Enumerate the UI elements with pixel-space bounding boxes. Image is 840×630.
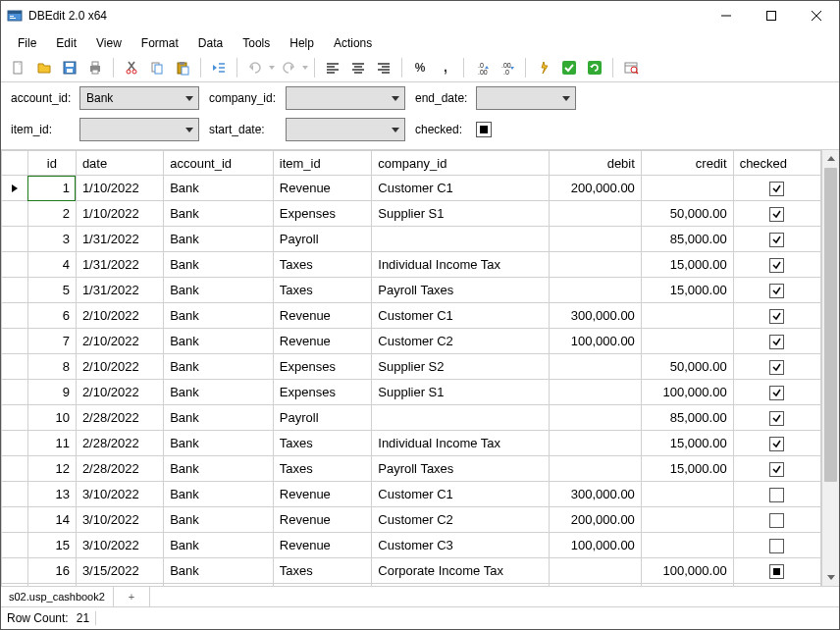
cell-checked[interactable] xyxy=(733,252,820,278)
cell-item-id[interactable]: Revenue xyxy=(273,303,371,329)
table-row[interactable]: 62/10/2022BankRevenueCustomer C1300,000.… xyxy=(2,303,821,329)
table-row[interactable]: 173/31/2022BankPayroll170,000.00 xyxy=(2,584,821,587)
table-row[interactable]: 122/28/2022BankTaxesPayroll Taxes15,000.… xyxy=(2,456,821,482)
cell-debit[interactable]: 300,000.00 xyxy=(550,303,642,329)
cell-item-id[interactable]: Taxes xyxy=(273,558,371,584)
redo-dropdown[interactable] xyxy=(302,66,308,70)
cell-item-id[interactable]: Taxes xyxy=(273,431,371,456)
cell-credit[interactable] xyxy=(641,533,733,558)
cell-debit[interactable]: 100,000.00 xyxy=(550,329,642,354)
cell-checked[interactable] xyxy=(733,533,820,558)
cell-debit[interactable]: 200,000.00 xyxy=(550,507,642,533)
sheet-tab[interactable]: s02.usp_cashbook2 xyxy=(1,587,114,606)
cell-item-id[interactable]: Payroll xyxy=(273,227,371,252)
cell-item-id[interactable]: Payroll xyxy=(273,405,371,431)
cell-company-id[interactable]: Customer C2 xyxy=(372,507,550,533)
cell-id[interactable]: 3 xyxy=(27,227,76,252)
cell-checked[interactable] xyxy=(733,405,820,431)
cell-company-id[interactable]: Corporate Income Tax xyxy=(372,558,550,584)
cell-id[interactable]: 4 xyxy=(27,252,76,278)
minimize-button[interactable] xyxy=(704,1,749,30)
table-row[interactable]: 51/31/2022BankTaxesPayroll Taxes15,000.0… xyxy=(2,278,821,303)
row-header[interactable] xyxy=(2,176,28,201)
checkbox-checked-icon[interactable] xyxy=(769,309,784,324)
menu-view[interactable]: View xyxy=(87,33,131,53)
col-item-id[interactable]: item_id xyxy=(273,151,371,176)
table-row[interactable]: 72/10/2022BankRevenueCustomer C2100,000.… xyxy=(2,329,821,354)
row-header-corner[interactable] xyxy=(2,151,28,176)
decrease-decimal-button[interactable]: .00.0 xyxy=(496,56,519,79)
cell-checked[interactable] xyxy=(733,558,820,584)
checkbox-checked-icon[interactable] xyxy=(769,411,784,426)
cell-item-id[interactable]: Taxes xyxy=(273,456,371,482)
cell-account-id[interactable]: Bank xyxy=(164,507,274,533)
cell-checked[interactable] xyxy=(733,431,820,456)
cell-account-id[interactable]: Bank xyxy=(164,278,274,303)
cell-item-id[interactable]: Expenses xyxy=(273,201,371,227)
cell-credit[interactable]: 15,000.00 xyxy=(641,278,733,303)
menu-data[interactable]: Data xyxy=(189,33,232,53)
cell-company-id[interactable]: Individual Income Tax xyxy=(372,431,550,456)
cell-item-id[interactable]: Taxes xyxy=(273,252,371,278)
cell-date[interactable]: 3/10/2022 xyxy=(76,507,163,533)
filter-company-combo[interactable] xyxy=(286,86,405,110)
cell-company-id[interactable]: Payroll Taxes xyxy=(372,278,550,303)
col-checked[interactable]: checked xyxy=(733,151,820,176)
cell-debit[interactable] xyxy=(550,354,642,380)
menu-edit[interactable]: Edit xyxy=(47,33,85,53)
filter-item-combo[interactable] xyxy=(79,118,199,141)
cell-credit[interactable]: 170,000.00 xyxy=(641,584,733,587)
cell-id[interactable]: 5 xyxy=(27,278,76,303)
filter-checked-checkbox[interactable] xyxy=(476,122,492,137)
cell-date[interactable]: 2/10/2022 xyxy=(76,329,163,354)
cell-item-id[interactable]: Revenue xyxy=(273,329,371,354)
cell-checked[interactable] xyxy=(733,227,820,252)
cell-credit[interactable]: 50,000.00 xyxy=(641,201,733,227)
cell-date[interactable]: 1/31/2022 xyxy=(76,227,163,252)
cell-id[interactable]: 16 xyxy=(27,558,76,584)
table-row[interactable]: 11/10/2022BankRevenueCustomer C1200,000.… xyxy=(2,176,821,201)
cell-account-id[interactable]: Bank xyxy=(164,176,274,201)
table-row[interactable]: 31/31/2022BankPayroll85,000.00 xyxy=(2,227,821,252)
scrollbar-thumb[interactable] xyxy=(824,168,837,482)
row-header[interactable] xyxy=(2,380,28,405)
cell-id[interactable]: 6 xyxy=(27,303,76,329)
cell-id[interactable]: 13 xyxy=(27,482,76,507)
col-date[interactable]: date xyxy=(76,151,163,176)
cell-debit[interactable] xyxy=(550,252,642,278)
cell-debit[interactable] xyxy=(550,201,642,227)
menu-tools[interactable]: Tools xyxy=(234,33,279,53)
col-account-id[interactable]: account_id xyxy=(164,151,274,176)
row-header[interactable] xyxy=(2,482,28,507)
save-button[interactable] xyxy=(58,56,81,79)
cell-checked[interactable] xyxy=(733,354,820,380)
cell-id[interactable]: 15 xyxy=(27,533,76,558)
cell-item-id[interactable]: Payroll xyxy=(273,584,371,587)
cell-date[interactable]: 2/10/2022 xyxy=(76,354,163,380)
cell-credit[interactable]: 15,000.00 xyxy=(641,431,733,456)
cell-item-id[interactable]: Expenses xyxy=(273,380,371,405)
cell-checked[interactable] xyxy=(733,278,820,303)
row-header[interactable] xyxy=(2,431,28,456)
checkbox-checked-icon[interactable] xyxy=(769,284,784,298)
paste-button[interactable] xyxy=(171,56,194,79)
table-row[interactable]: 41/31/2022BankTaxesIndividual Income Tax… xyxy=(2,252,821,278)
undo-dropdown[interactable] xyxy=(269,66,275,70)
cell-credit[interactable] xyxy=(641,303,733,329)
cell-item-id[interactable]: Expenses xyxy=(273,354,371,380)
cell-item-id[interactable]: Revenue xyxy=(273,533,371,558)
percent-button[interactable]: % xyxy=(408,56,432,79)
cell-checked[interactable] xyxy=(733,201,820,227)
cell-company-id[interactable]: Supplier S1 xyxy=(372,201,550,227)
cell-date[interactable]: 2/10/2022 xyxy=(76,380,163,405)
col-credit[interactable]: credit xyxy=(641,151,733,176)
cell-credit[interactable]: 15,000.00 xyxy=(641,252,733,278)
cell-account-id[interactable]: Bank xyxy=(164,456,274,482)
cell-item-id[interactable]: Revenue xyxy=(273,176,371,201)
cell-id[interactable]: 2 xyxy=(27,201,76,227)
redo-button[interactable] xyxy=(277,56,300,79)
cell-credit[interactable] xyxy=(641,329,733,354)
cell-date[interactable]: 2/10/2022 xyxy=(76,303,163,329)
table-row[interactable]: 21/10/2022BankExpensesSupplier S150,000.… xyxy=(2,201,821,227)
cell-checked[interactable] xyxy=(733,303,820,329)
